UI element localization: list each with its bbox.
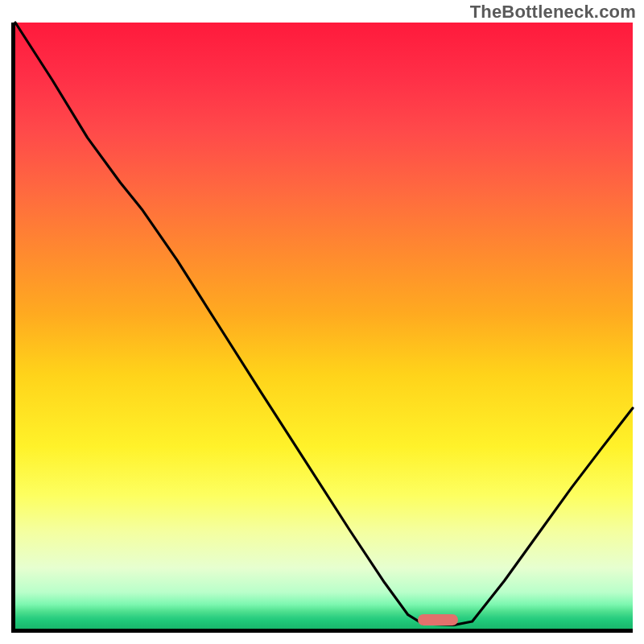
optimum-marker	[418, 614, 458, 625]
x-axis-line	[11, 629, 633, 633]
y-axis-line	[11, 23, 15, 633]
bottleneck-curve	[15, 23, 633, 629]
watermark-text: TheBottleneck.com	[470, 2, 636, 23]
